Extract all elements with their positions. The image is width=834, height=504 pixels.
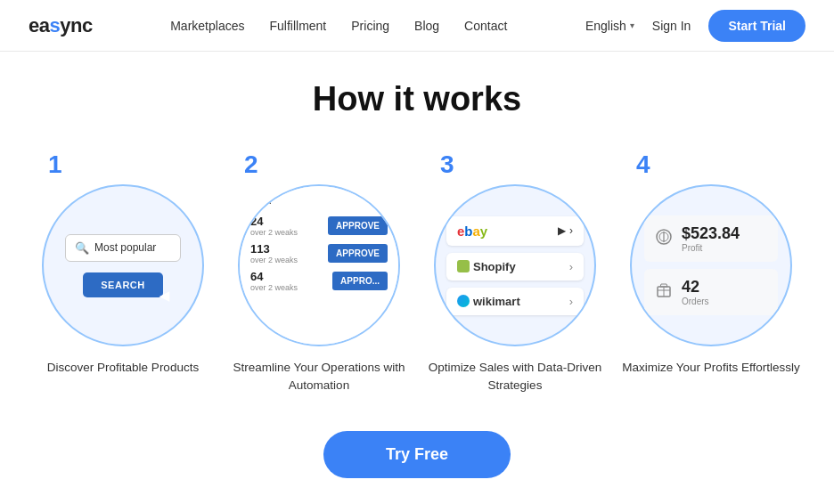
approve-num-2: 113 bbox=[250, 242, 298, 256]
shopify-icon bbox=[457, 260, 470, 272]
ebay-logo: ebay bbox=[457, 224, 487, 239]
step-4-number: 4 bbox=[636, 150, 650, 179]
step-2-circle: Sold 24 over 2 weaks APPROVE ◀ 1 bbox=[238, 184, 400, 346]
step1-search-text: Most popular bbox=[94, 241, 156, 254]
step-2-caption: Streamline Your Operations with Automati… bbox=[230, 359, 408, 395]
shopify-text: Shopify bbox=[473, 260, 516, 273]
profit-value: $523.84 bbox=[682, 224, 740, 243]
step2-row-3: 64 over 2 weaks APPRO... bbox=[250, 270, 388, 292]
approve-btn-label-2: APPROVE bbox=[336, 248, 380, 258]
step-2-number: 2 bbox=[244, 150, 258, 179]
wikimart-text: wikimart bbox=[473, 295, 520, 308]
stat-profit: $523.84 Profit bbox=[644, 215, 778, 262]
nav-fulfillment[interactable]: Fulfillment bbox=[269, 19, 326, 33]
language-label: English bbox=[585, 19, 626, 33]
nav-pricing[interactable]: Pricing bbox=[351, 19, 389, 33]
approve-button-1[interactable]: APPROVE ◀ bbox=[328, 216, 388, 235]
step1-search-box: 🔍 Most popular bbox=[65, 234, 181, 262]
market-row-ebay: ebay ▶ › bbox=[446, 216, 584, 246]
try-free-button[interactable]: Try Free bbox=[323, 431, 511, 478]
nav-contact[interactable]: Contact bbox=[464, 19, 507, 33]
step2-header: Sold bbox=[250, 195, 388, 206]
approve-sub-2: over 2 weaks bbox=[250, 256, 298, 264]
steps-row: 1 🔍 Most popular SEARCH ◀ Discover Profi… bbox=[29, 150, 805, 395]
market-row-wikimart: wikimart › bbox=[446, 288, 584, 315]
step-1-circle: 🔍 Most popular SEARCH ◀ bbox=[42, 184, 204, 346]
step-2: 2 Sold 24 over 2 weaks APPROVE ◀ bbox=[230, 150, 408, 395]
approve-sub-1: over 2 weaks bbox=[250, 228, 298, 237]
shopify-arrow-icon: › bbox=[569, 260, 573, 273]
approve-button-3[interactable]: APPRO... bbox=[332, 272, 388, 290]
coin-icon bbox=[655, 228, 673, 249]
step2-row-2: 113 over 2 weaks APPROVE bbox=[250, 242, 388, 264]
approve-btn-label-3: APPRO... bbox=[340, 276, 380, 286]
ebay-arrow: ▶ › bbox=[558, 224, 573, 237]
market-row-shopify: Shopify › bbox=[446, 253, 584, 280]
approve-sub-3: over 2 weaks bbox=[250, 283, 298, 292]
nav-marketplaces[interactable]: Marketplaces bbox=[170, 19, 244, 33]
chevron-down-icon: ▾ bbox=[630, 20, 634, 30]
logo: easync bbox=[29, 14, 93, 37]
step2-row-1: 24 over 2 weaks APPROVE ◀ bbox=[250, 215, 388, 237]
ebay-chevron: › bbox=[569, 224, 573, 237]
approve-button-2[interactable]: APPROVE bbox=[328, 244, 388, 263]
orders-label: Orders bbox=[682, 297, 709, 306]
step-3-circle: ebay ▶ › Shopify › bbox=[434, 184, 596, 346]
start-trial-button[interactable]: Start Trial bbox=[708, 10, 805, 42]
ebay-cursor-icon: ▶ bbox=[558, 224, 566, 237]
search-icon: 🔍 bbox=[75, 241, 89, 255]
wikimart-arrow-icon: › bbox=[569, 295, 573, 308]
shopify-logo: Shopify bbox=[457, 260, 516, 273]
approve-num-1: 24 bbox=[250, 215, 298, 228]
stat-orders: 42 Orders bbox=[644, 269, 778, 315]
approve-cursor-icon: ◀ bbox=[388, 220, 397, 232]
step-1-number: 1 bbox=[48, 150, 62, 179]
approve-btn-label-1: APPROVE bbox=[336, 221, 380, 231]
step-4: 4 $523.84 Profit bbox=[622, 150, 800, 395]
main-content: How it works 1 🔍 Most popular SEARCH ◀ D… bbox=[0, 52, 834, 504]
cursor-icon: ◀ bbox=[159, 289, 170, 303]
orders-value: 42 bbox=[682, 278, 709, 297]
step-3-number: 3 bbox=[440, 150, 454, 179]
step-4-caption: Maximize Your Profits Effortlessly bbox=[622, 359, 799, 377]
step1-search-btn-label: SEARCH bbox=[101, 280, 144, 290]
sign-in-link[interactable]: Sign In bbox=[652, 19, 691, 33]
box-icon bbox=[655, 281, 673, 303]
approve-num-3: 64 bbox=[250, 270, 298, 283]
step1-search-button[interactable]: SEARCH ◀ bbox=[83, 272, 162, 297]
step-1: 1 🔍 Most popular SEARCH ◀ Discover Profi… bbox=[34, 150, 212, 395]
navbar: easync Marketplaces Fulfillment Pricing … bbox=[0, 0, 834, 52]
nav-blog[interactable]: Blog bbox=[414, 19, 439, 33]
step-1-caption: Discover Profitable Products bbox=[47, 359, 199, 377]
step-4-circle: $523.84 Profit bbox=[630, 184, 792, 346]
wikimart-icon bbox=[457, 295, 470, 307]
step-3-caption: Optimize Sales with Data-Driven Strategi… bbox=[426, 359, 604, 395]
page-title: How it works bbox=[29, 80, 805, 118]
wikimart-logo: wikimart bbox=[457, 295, 520, 308]
language-selector[interactable]: English ▾ bbox=[585, 19, 634, 33]
step-3: 3 ebay ▶ › bbox=[426, 150, 604, 395]
profit-label: Profit bbox=[682, 243, 740, 253]
